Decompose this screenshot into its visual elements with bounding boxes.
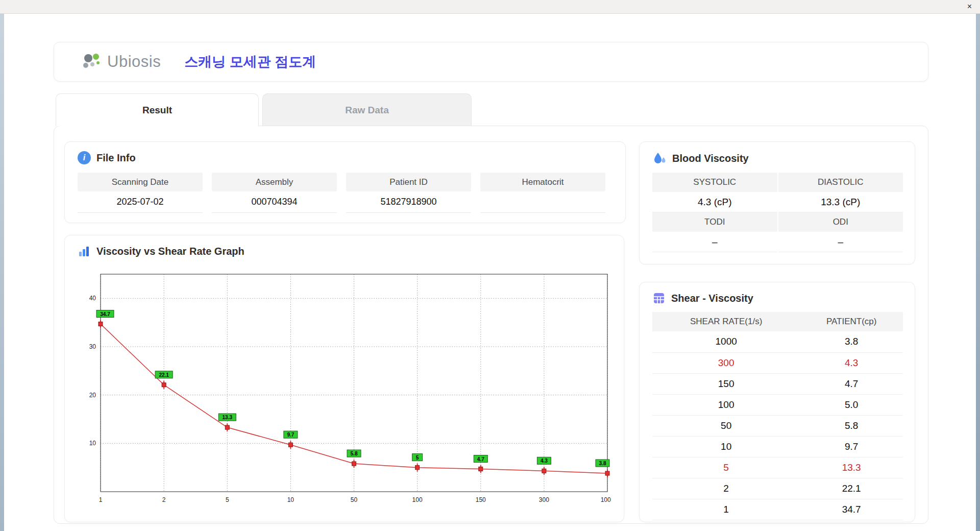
svg-text:300: 300 (539, 496, 549, 503)
patient-cell: 22.1 (800, 478, 903, 499)
table-row: 300 4.3 (652, 352, 903, 373)
svg-text:10: 10 (287, 496, 295, 503)
shear-cell: 1 (652, 499, 800, 520)
table-row: 50 5.8 (652, 415, 903, 436)
svg-text:3.8: 3.8 (599, 461, 606, 466)
svg-text:1: 1 (99, 496, 103, 503)
shear-cell: 2 (652, 478, 800, 499)
shear-cell: 100 (652, 394, 800, 415)
field-label: Patient ID (346, 173, 471, 191)
todi-header: TODI (652, 212, 777, 232)
file-info-title: i File Info (78, 151, 136, 164)
file-info-title-text: File Info (96, 152, 136, 164)
odi-value: – (778, 232, 903, 252)
table-header-row: SHEAR RATE(1/s) PATIENT(cp) (652, 312, 903, 331)
patient-cell: 5.0 (800, 394, 903, 415)
graph-title: Viscosity vs Shear Rate Graph (78, 245, 244, 258)
blood-viscosity-title: Blood Viscosity (652, 151, 749, 165)
table-row: 10 9.7 (652, 436, 903, 457)
svg-text:5: 5 (416, 455, 419, 461)
tab-result[interactable]: Result (56, 93, 259, 126)
field-label: Assembly (212, 173, 337, 191)
odi-header: ODI (778, 212, 903, 232)
svg-text:4.7: 4.7 (477, 456, 484, 462)
field-label: Hematocrit (480, 173, 605, 191)
graph-card: Viscosity vs Shear Rate Graph 1020304034… (64, 235, 624, 522)
app-window: Ubiosis 스캐닝 모세관 점도계 Result Raw Data i Fi… (4, 14, 976, 531)
app-header: Ubiosis 스캐닝 모세관 점도계 (54, 42, 928, 82)
shear-cell: 50 (652, 415, 800, 436)
svg-text:150: 150 (476, 496, 486, 503)
svg-text:13.3: 13.3 (223, 415, 233, 420)
shear-viscosity-table: SHEAR RATE(1/s) PATIENT(cp) 1000 3.8 300… (652, 312, 903, 520)
ubiosis-logo: Ubiosis (81, 53, 161, 71)
field-value (480, 191, 605, 213)
table-row: 1000 3.8 (652, 331, 903, 352)
table-row: 5 13.3 (652, 457, 903, 478)
svg-text:2: 2 (162, 496, 166, 503)
shear-cell: 150 (652, 373, 800, 394)
patient-cell: 4.3 (800, 352, 903, 373)
svg-text:4.3: 4.3 (541, 458, 548, 464)
bar-chart-icon (78, 245, 91, 258)
systolic-value: 4.3 (cP) (652, 192, 777, 212)
field-hematocrit: Hematocrit (480, 173, 605, 213)
patient-cell: 9.7 (800, 436, 903, 457)
svg-text:30: 30 (89, 343, 96, 350)
field-value: 51827918900 (346, 191, 471, 213)
patient-column-header: PATIENT(cp) (800, 312, 903, 331)
svg-text:5: 5 (226, 496, 229, 503)
svg-text:1000: 1000 (601, 496, 611, 503)
shear-viscosity-title: Shear - Viscosity (652, 292, 753, 305)
svg-text:9.7: 9.7 (287, 432, 294, 438)
shear-cell: 10 (652, 436, 800, 457)
blood-viscosity-title-text: Blood Viscosity (672, 153, 749, 164)
svg-text:40: 40 (89, 295, 96, 302)
diastolic-value: 13.3 (cP) (778, 192, 903, 212)
file-info-fields: Scanning Date 2025-07-02 Assembly 000704… (78, 173, 605, 213)
svg-text:100: 100 (412, 496, 423, 503)
patient-cell: 13.3 (800, 457, 903, 478)
patient-cell: 5.8 (800, 415, 903, 436)
grid-table-icon (652, 292, 666, 305)
field-assembly: Assembly 000704394 (212, 173, 337, 213)
ubiosis-logo-icon (81, 53, 103, 71)
patient-cell: 3.8 (800, 331, 903, 352)
water-drop-icon (652, 151, 667, 165)
svg-text:10: 10 (89, 440, 96, 447)
viscosity-chart: 1020304034.722.113.39.75.854.74.33.81251… (78, 267, 611, 511)
svg-text:22.1: 22.1 (159, 372, 169, 378)
tab-bar: Result Raw Data (54, 93, 928, 126)
shear-cell: 300 (652, 352, 800, 373)
file-info-card: i File Info Scanning Date 2025-07-02 Ass… (64, 141, 626, 223)
patient-cell: 4.7 (800, 373, 903, 394)
graph-title-text: Viscosity vs Shear Rate Graph (96, 246, 244, 257)
window-titlebar: × (0, 0, 980, 14)
svg-text:5.8: 5.8 (351, 451, 358, 456)
field-label: Scanning Date (78, 173, 203, 191)
field-scanning-date: Scanning Date 2025-07-02 (78, 173, 203, 213)
shear-rate-column-header: SHEAR RATE(1/s) (652, 312, 800, 331)
shear-cell: 5 (652, 457, 800, 478)
table-row: 1 34.7 (652, 499, 903, 520)
svg-text:34.7: 34.7 (100, 311, 110, 317)
info-icon: i (78, 151, 91, 164)
logo-text: Ubiosis (107, 53, 161, 71)
tab-raw-data[interactable]: Raw Data (262, 93, 472, 126)
field-value: 2025-07-02 (78, 191, 203, 213)
table-row: 2 22.1 (652, 478, 903, 499)
diastolic-header: DIASTOLIC (778, 173, 903, 192)
table-row: 150 4.7 (652, 373, 903, 394)
blood-viscosity-table: SYSTOLIC DIASTOLIC 4.3 (cP) 13.3 (cP) TO… (652, 173, 903, 252)
shear-viscosity-title-text: Shear - Viscosity (671, 293, 753, 304)
svg-text:50: 50 (351, 496, 358, 503)
systolic-header: SYSTOLIC (652, 173, 777, 192)
shear-viscosity-card: Shear - Viscosity SHEAR RATE(1/s) PATIEN… (639, 282, 915, 522)
table-row: 100 5.0 (652, 394, 903, 415)
window-close-button[interactable]: × (967, 2, 972, 12)
content-panel: i File Info Scanning Date 2025-07-02 Ass… (54, 126, 928, 524)
field-patient-id: Patient ID 51827918900 (346, 173, 471, 213)
shear-cell: 1000 (652, 331, 800, 352)
app-title: 스캐닝 모세관 점도계 (184, 53, 316, 71)
patient-cell: 34.7 (800, 499, 903, 520)
